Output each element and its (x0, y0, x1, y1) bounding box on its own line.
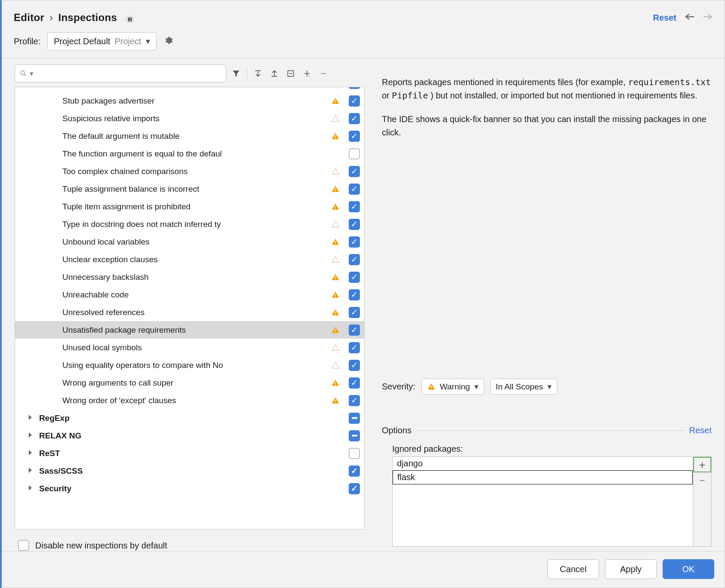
add-icon[interactable] (301, 67, 313, 80)
inspection-checkbox[interactable]: ✓ (349, 360, 360, 371)
disable-new-checkbox[interactable] (18, 540, 29, 551)
inspection-row[interactable]: Wrong arguments to call super ✓ (15, 374, 364, 392)
inspection-row[interactable]: Unbound local variables ✓ (15, 233, 364, 251)
inspection-checkbox[interactable]: ✓ (349, 201, 360, 212)
inspection-row[interactable]: Stub packages advertiser ✓ (15, 92, 364, 110)
inspection-row[interactable]: Unsatisfied package requirements ✓ (15, 321, 364, 339)
expand-arrow-icon[interactable] (28, 431, 33, 441)
inspection-checkbox[interactable]: ✓ (349, 166, 360, 177)
toggle-icon[interactable] (284, 67, 297, 80)
inspection-row[interactable]: Unnecessary backslash ✓ (15, 268, 364, 286)
inspection-checkbox[interactable]: ━ (349, 430, 360, 441)
inspections-tree[interactable]: Statement has no effect ✓ Stub packages … (15, 87, 365, 530)
options-reset-link[interactable]: Reset (689, 426, 712, 435)
inspection-row[interactable]: The default argument is mutable ✓ (15, 127, 364, 145)
apply-button[interactable]: Apply (605, 559, 657, 579)
svg-rect-23 (335, 258, 336, 260)
inspection-checkbox[interactable]: ✓ (349, 483, 360, 494)
expand-arrow-icon[interactable] (28, 449, 33, 458)
inspection-checkbox[interactable]: ✓ (349, 219, 360, 230)
inspection-label: Unreachable code (62, 290, 329, 300)
scope-select[interactable]: In All Scopes (490, 379, 557, 395)
toolbar-separator (247, 68, 247, 79)
inspection-label: Type in docstring does not match inferre… (62, 220, 329, 229)
inspection-label: Unused local symbols (62, 343, 329, 352)
forward-arrow-icon[interactable] (703, 12, 713, 23)
ignored-package-item[interactable]: flask (393, 470, 693, 484)
inspection-checkbox[interactable]: ✓ (349, 377, 360, 389)
category-row[interactable]: ReST (15, 444, 364, 462)
expand-all-icon[interactable] (252, 67, 264, 80)
inspection-row[interactable]: Unclear exception clauses ✓ (15, 251, 364, 268)
category-row[interactable]: RegExp ━ (15, 409, 364, 427)
breadcrumb-parent[interactable]: Editor (14, 12, 44, 24)
inspection-checkbox[interactable]: ✓ (349, 254, 360, 265)
back-arrow-icon[interactable] (685, 12, 694, 23)
cancel-button[interactable]: Cancel (547, 559, 599, 579)
filter-icon[interactable] (230, 67, 243, 80)
inspection-row[interactable]: Using equality operators to compare with… (15, 356, 364, 374)
warning-icon (331, 132, 340, 141)
inspection-checkbox[interactable]: ✓ (349, 289, 360, 300)
inspection-checkbox[interactable]: ✓ (349, 466, 360, 477)
inspection-row[interactable]: Statement has no effect ✓ (15, 87, 364, 92)
inspection-row[interactable]: Wrong order of 'except' clauses ✓ (15, 392, 364, 409)
search-input[interactable]: ▾ (15, 64, 226, 83)
inspection-checkbox[interactable] (349, 148, 360, 159)
inspection-checkbox[interactable]: ✓ (349, 236, 360, 248)
inspection-row[interactable]: Unused local symbols ✓ (15, 339, 364, 356)
inspection-label: Unbound local variables (62, 237, 329, 247)
weak-warning-icon (331, 255, 340, 264)
collapse-icon[interactable]: ⊟ (126, 12, 133, 24)
inspection-checkbox[interactable]: ✓ (349, 87, 360, 89)
inspection-row[interactable]: The function argument is equal to the de… (15, 145, 364, 162)
ok-button[interactable]: OK (663, 559, 714, 579)
inspection-checkbox[interactable]: ✓ (349, 131, 360, 142)
inspection-row[interactable]: Suspicious relative imports ✓ (15, 110, 364, 127)
svg-rect-40 (335, 402, 336, 403)
svg-rect-12 (335, 138, 336, 138)
ignored-package-item[interactable]: django (393, 457, 693, 470)
disable-new-inspections-row[interactable]: Disable new inspections by default (15, 531, 365, 551)
svg-rect-19 (335, 223, 336, 225)
category-row[interactable]: Security ✓ (15, 480, 364, 497)
inspection-checkbox[interactable]: ✓ (349, 113, 360, 124)
remove-icon[interactable] (317, 67, 330, 80)
reset-link[interactable]: Reset (653, 13, 676, 23)
profile-select[interactable]: Project Default Project (47, 32, 156, 50)
inspection-row[interactable]: Tuple item assignment is prohibited ✓ (15, 198, 364, 215)
inspection-checkbox[interactable]: ✓ (349, 325, 360, 336)
expand-arrow-icon[interactable] (28, 484, 33, 493)
inspection-label: Unnecessary backslash (62, 273, 329, 282)
inspection-checkbox[interactable]: ━ (349, 413, 360, 424)
expand-arrow-icon[interactable] (28, 466, 33, 476)
inspection-row[interactable]: Tuple assignment balance is incorrect ✓ (15, 180, 364, 198)
inspection-checkbox[interactable]: ✓ (349, 395, 360, 406)
category-row[interactable]: Sass/SCSS ✓ (15, 462, 364, 480)
inspection-checkbox[interactable]: ✓ (349, 184, 360, 195)
inspection-checkbox[interactable]: ✓ (349, 95, 360, 107)
category-row[interactable]: RELAX NG ━ (15, 427, 364, 444)
add-ignored-button[interactable]: ＋ (693, 457, 711, 472)
inspection-checkbox[interactable]: ✓ (349, 272, 360, 283)
options-header: Options Reset (382, 426, 712, 435)
inspection-row[interactable]: Type in docstring does not match inferre… (15, 215, 364, 233)
header-right: Reset (653, 12, 713, 23)
inspection-checkbox[interactable]: ✓ (349, 342, 360, 353)
breadcrumb-separator: › (49, 12, 53, 24)
collapse-all-icon[interactable] (268, 67, 281, 80)
svg-rect-18 (335, 208, 336, 209)
inspection-label: Unsatisfied package requirements (62, 325, 329, 335)
ignored-packages-list[interactable]: djangoflask (392, 456, 693, 547)
gear-icon[interactable] (163, 36, 173, 47)
remove-ignored-button[interactable]: － (693, 472, 711, 488)
caret-down-icon (547, 382, 552, 392)
expand-arrow-icon[interactable] (28, 413, 33, 423)
inspection-checkbox[interactable] (349, 448, 360, 459)
inspection-row[interactable]: Unresolved references ✓ (15, 303, 364, 321)
svg-rect-29 (335, 311, 336, 313)
severity-select[interactable]: Warning (421, 379, 484, 395)
inspection-checkbox[interactable]: ✓ (349, 307, 360, 318)
inspection-row[interactable]: Unreachable code ✓ (15, 286, 364, 303)
inspection-row[interactable]: Too complex chained comparisons ✓ (15, 162, 364, 180)
